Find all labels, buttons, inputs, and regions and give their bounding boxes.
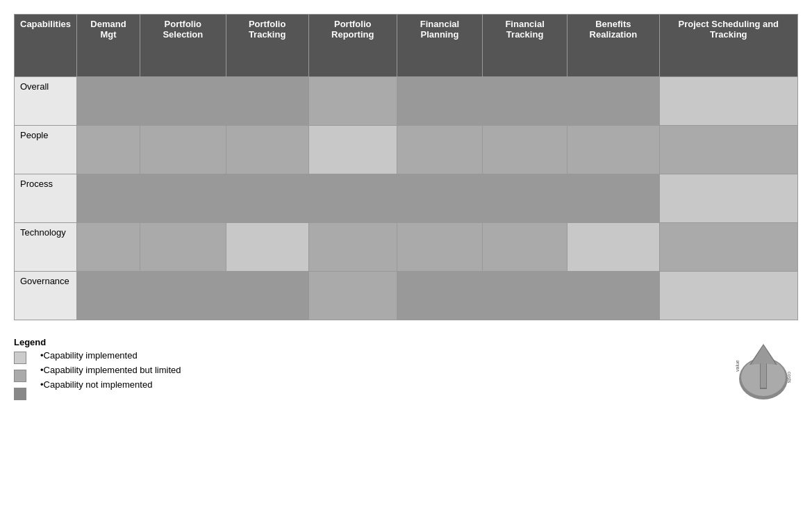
header-project-scheduling: Project Scheduling and Tracking bbox=[659, 15, 797, 77]
cell-overall-5 bbox=[483, 77, 567, 126]
cell-people-1 bbox=[140, 126, 226, 174]
cell-people-7 bbox=[659, 126, 797, 174]
row-label-technology: Technology bbox=[15, 223, 77, 272]
cell-governance-6 bbox=[567, 272, 659, 320]
company-logo: value costs bbox=[729, 337, 798, 406]
table-row: Governance bbox=[15, 272, 798, 320]
legend-icons bbox=[14, 352, 26, 400]
row-label-process: Process bbox=[15, 174, 77, 223]
cell-process-2 bbox=[226, 174, 308, 223]
legend-title: Legend bbox=[14, 337, 181, 347]
cell-overall-2 bbox=[226, 77, 308, 126]
logo-area: value costs bbox=[729, 337, 798, 406]
cell-people-3 bbox=[308, 126, 397, 174]
table-row: Overall bbox=[15, 77, 798, 126]
legend-icon-1 bbox=[14, 370, 26, 382]
header-portfolio-selection: Portfolio Selection bbox=[140, 15, 226, 77]
cell-technology-0 bbox=[76, 223, 140, 272]
cell-process-7 bbox=[659, 174, 797, 223]
cell-people-6 bbox=[567, 126, 659, 174]
cell-process-4 bbox=[397, 174, 482, 223]
cell-people-0 bbox=[76, 126, 140, 174]
row-label-people: People bbox=[15, 126, 77, 174]
row-label-governance: Governance bbox=[15, 272, 77, 320]
cell-governance-5 bbox=[483, 272, 567, 320]
cell-people-4 bbox=[397, 126, 482, 174]
cell-governance-7 bbox=[659, 272, 797, 320]
cell-process-0 bbox=[76, 174, 140, 223]
cell-process-5 bbox=[483, 174, 567, 223]
legend-text: •Capability implemented•Capability imple… bbox=[40, 350, 181, 391]
cell-process-1 bbox=[140, 174, 226, 223]
cell-technology-1 bbox=[140, 223, 226, 272]
legend-section: Legend •Capability implemented•Capabilit… bbox=[14, 337, 798, 406]
cell-overall-1 bbox=[140, 77, 226, 126]
cell-overall-3 bbox=[308, 77, 397, 126]
cell-technology-2 bbox=[226, 223, 308, 272]
cell-technology-6 bbox=[567, 223, 659, 272]
legend-icon-2 bbox=[14, 388, 26, 400]
header-financial-tracking: Financial Tracking bbox=[483, 15, 567, 77]
cell-governance-1 bbox=[140, 272, 226, 320]
header-capabilities: Capabilities bbox=[15, 15, 77, 77]
cell-governance-2 bbox=[226, 272, 308, 320]
legend-text-item-1: •Capability implemented but limited bbox=[40, 365, 181, 377]
svg-text:costs: costs bbox=[787, 372, 792, 384]
cell-people-5 bbox=[483, 126, 567, 174]
cell-technology-4 bbox=[397, 223, 482, 272]
cell-overall-6 bbox=[567, 77, 659, 126]
legend-text-item-0: •Capability implemented bbox=[40, 350, 181, 362]
capabilities-matrix: CapabilitiesDemand MgtPortfolio Selectio… bbox=[14, 14, 798, 320]
cell-overall-7 bbox=[659, 77, 797, 126]
cell-governance-3 bbox=[308, 272, 397, 320]
svg-text:value: value bbox=[735, 360, 740, 372]
cell-technology-7 bbox=[659, 223, 797, 272]
header-benefits-realization: Benefits Realization bbox=[567, 15, 659, 77]
cell-governance-4 bbox=[397, 272, 482, 320]
table-row: Technology bbox=[15, 223, 798, 272]
legend-text-item-2: •Capability not implemented bbox=[40, 379, 181, 391]
table-row: People bbox=[15, 126, 798, 174]
row-label-overall: Overall bbox=[15, 77, 77, 126]
header-demand-mgt: Demand Mgt bbox=[76, 15, 140, 77]
cell-process-3 bbox=[308, 174, 397, 223]
cell-governance-0 bbox=[76, 272, 140, 320]
legend-items: •Capability implemented•Capability imple… bbox=[14, 350, 181, 400]
legend-icon-0 bbox=[14, 352, 26, 364]
cell-people-2 bbox=[226, 126, 308, 174]
header-portfolio-tracking: Portfolio Tracking bbox=[226, 15, 308, 77]
cell-overall-4 bbox=[397, 77, 482, 126]
cell-overall-0 bbox=[76, 77, 140, 126]
cell-technology-5 bbox=[483, 223, 567, 272]
cell-technology-3 bbox=[308, 223, 397, 272]
cell-process-6 bbox=[567, 174, 659, 223]
header-portfolio-reporting: Portfolio Reporting bbox=[308, 15, 397, 77]
table-row: Process bbox=[15, 174, 798, 223]
header-financial-planning: Financial Planning bbox=[397, 15, 482, 77]
